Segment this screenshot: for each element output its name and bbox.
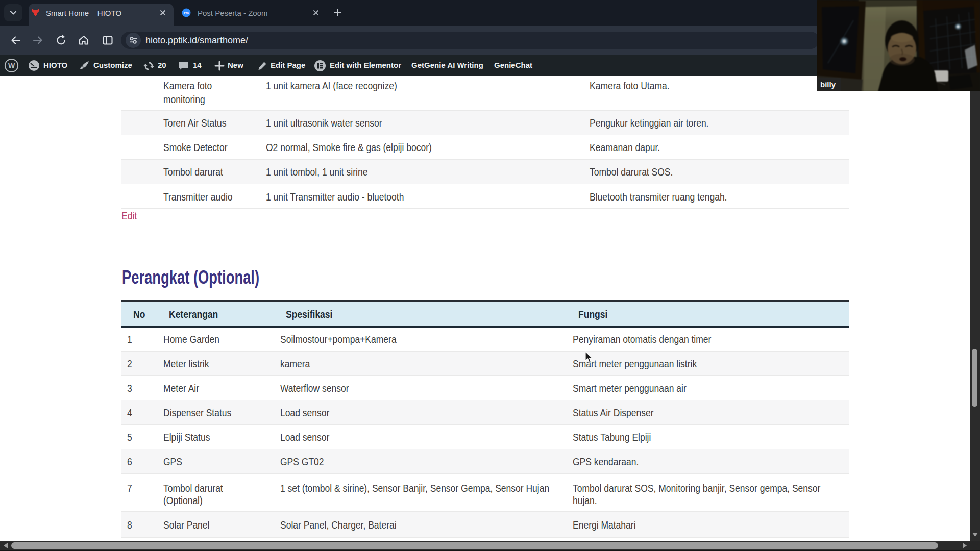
svg-text:W: W <box>8 62 15 70</box>
svg-text:billy: billy <box>820 80 836 89</box>
svg-text:zm: zm <box>184 11 189 15</box>
